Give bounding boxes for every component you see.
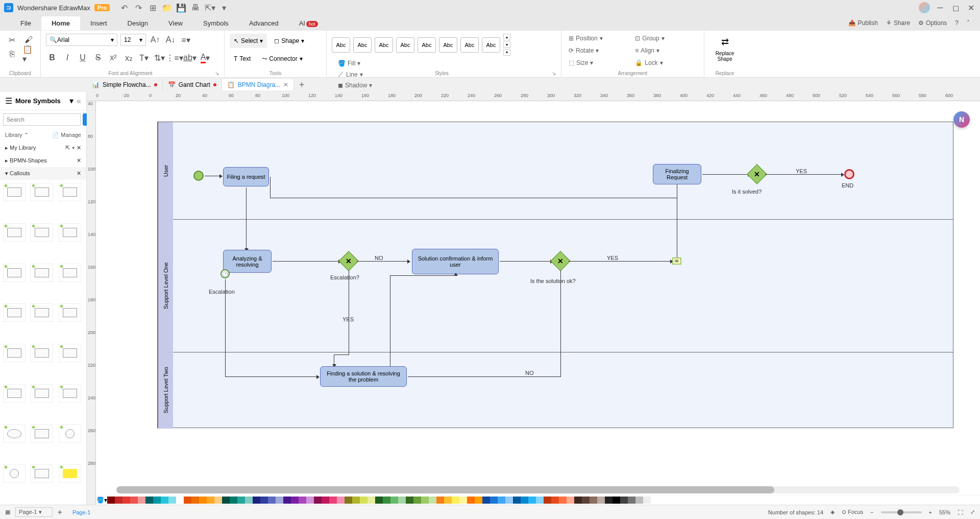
callout-shape[interactable] [31, 303, 53, 322]
color-swatch[interactable] [429, 497, 436, 504]
select-tool[interactable]: ↖ Select ▾ [230, 34, 267, 48]
start-event[interactable] [193, 171, 204, 181]
minimize-button[interactable]: ─ [935, 3, 945, 13]
color-swatch[interactable] [620, 497, 628, 504]
superscript-icon[interactable]: x² [107, 52, 119, 64]
color-swatch[interactable] [199, 497, 207, 504]
font-dialog-icon[interactable]: ↘ [215, 70, 219, 76]
callout-shape[interactable] [3, 464, 26, 483]
text-tool[interactable]: T Text [230, 52, 255, 66]
lane-support2[interactable]: Support Level Two [158, 352, 173, 429]
rotate-button[interactable]: ⟳ Rotate ▾ [567, 46, 630, 55]
callout-shape[interactable] [59, 344, 81, 362]
cut-icon[interactable]: ✂ [6, 34, 18, 46]
color-swatch[interactable] [536, 497, 544, 504]
color-swatch[interactable] [551, 497, 559, 504]
color-swatch[interactable] [605, 497, 612, 504]
callout-shape[interactable] [3, 384, 26, 403]
color-swatch[interactable] [444, 497, 452, 504]
color-swatch[interactable] [521, 497, 528, 504]
close-section-icon[interactable]: ✕ [77, 157, 81, 164]
color-swatch[interactable] [176, 497, 184, 504]
connector-line[interactable] [390, 275, 390, 366]
connector-line[interactable] [225, 376, 317, 377]
connector-line[interactable] [390, 275, 455, 276]
color-swatch[interactable] [490, 497, 498, 504]
add-lib-icon[interactable]: + [72, 145, 75, 151]
new-icon[interactable]: ⊞ [149, 4, 157, 12]
color-swatch[interactable] [390, 497, 398, 504]
case-icon[interactable]: T▾ [138, 52, 150, 64]
options-button[interactable]: ⚙ Options [918, 19, 947, 27]
save-icon[interactable]: 💾 [177, 4, 185, 12]
connector-line[interactable] [334, 355, 349, 355]
color-swatch[interactable] [161, 497, 168, 504]
end-event[interactable] [844, 169, 854, 179]
color-swatch[interactable] [337, 497, 345, 504]
color-swatch[interactable] [268, 497, 276, 504]
menu-symbols[interactable]: Symbols [193, 16, 239, 30]
color-swatch[interactable] [122, 497, 130, 504]
color-swatch[interactable] [314, 497, 322, 504]
color-swatch[interactable] [528, 497, 536, 504]
fit-page-icon[interactable]: ⛶ [958, 509, 963, 515]
menu-file[interactable]: File [10, 16, 41, 30]
task-finding[interactable]: Finding a solution & resolving the probl… [320, 366, 407, 387]
gateway-solved[interactable]: ✕ [747, 164, 767, 184]
connector-line[interactable] [560, 270, 561, 376]
color-swatch[interactable] [299, 497, 306, 504]
color-swatch[interactable] [360, 497, 368, 504]
fill-button[interactable]: 🪣 Fill ▾ [336, 59, 374, 68]
color-swatch[interactable] [612, 497, 620, 504]
color-swatch[interactable] [207, 497, 214, 504]
font-select[interactable]: 🔍 Arial ▾ [46, 34, 117, 46]
size-button[interactable]: ⬚ Size ▾ [567, 58, 630, 67]
callout-shape[interactable] [59, 264, 81, 282]
color-swatch[interactable] [452, 497, 459, 504]
callout-shape[interactable] [3, 424, 26, 443]
color-swatch[interactable] [291, 497, 299, 504]
open-icon[interactable]: 📁 [163, 4, 171, 12]
zoom-out-button[interactable]: − [870, 509, 873, 515]
color-swatch[interactable] [559, 497, 567, 504]
align-icon[interactable]: ≡▾ [180, 34, 192, 46]
color-swatch[interactable] [459, 497, 467, 504]
connector-line[interactable] [270, 177, 271, 198]
close-lib-icon[interactable]: ✕ [77, 145, 81, 151]
add-page-button[interactable]: + [58, 508, 62, 517]
style-preset-1[interactable]: Abc [332, 37, 350, 53]
message-event[interactable]: ✉ [672, 257, 681, 265]
style-preset-2[interactable]: Abc [353, 37, 372, 53]
color-swatch[interactable] [597, 497, 605, 504]
share-button[interactable]: ⚘ Share [886, 19, 910, 27]
zoom-thumb[interactable] [897, 509, 903, 515]
color-swatch[interactable] [413, 497, 421, 504]
export-icon[interactable]: ⇱▾ [206, 4, 214, 12]
callout-shape[interactable] [3, 223, 26, 242]
section-my-library[interactable]: ▸ My Library ⇱ + ✕ [0, 141, 86, 154]
close-button[interactable]: ✕ [966, 3, 976, 13]
manage-button[interactable]: 📄 Manage [52, 132, 81, 138]
color-swatch[interactable] [436, 497, 444, 504]
color-swatch[interactable] [230, 497, 237, 504]
color-swatch[interactable] [467, 497, 475, 504]
callout-shape[interactable] [3, 303, 26, 322]
group-button[interactable]: ⊡ Group ▾ [633, 34, 696, 43]
shape-tool[interactable]: ◻ Shape ▾ [270, 34, 308, 48]
color-swatch[interactable] [590, 497, 597, 504]
styles-dialog-icon[interactable]: ↘ [552, 70, 556, 76]
color-swatch[interactable] [130, 497, 138, 504]
more-icon[interactable]: ▾ [220, 4, 228, 12]
connector-line[interactable] [205, 176, 220, 176]
print-icon[interactable]: 🖶 [191, 4, 200, 12]
help-icon[interactable]: ? [955, 19, 959, 27]
style-preset-3[interactable]: Abc [375, 37, 393, 53]
connector-line[interactable] [334, 355, 334, 365]
position-button[interactable]: ⊞ Position ▾ [567, 34, 630, 43]
color-swatch[interactable] [345, 497, 352, 504]
style-preset-4[interactable]: Abc [396, 37, 414, 53]
page-tab[interactable]: Page-1 [67, 509, 95, 515]
color-swatch[interactable] [191, 497, 199, 504]
tab-bpmn-diagram[interactable]: 📋 BPMN Diagra... ✕ [222, 79, 294, 90]
connector-line[interactable] [455, 275, 456, 276]
